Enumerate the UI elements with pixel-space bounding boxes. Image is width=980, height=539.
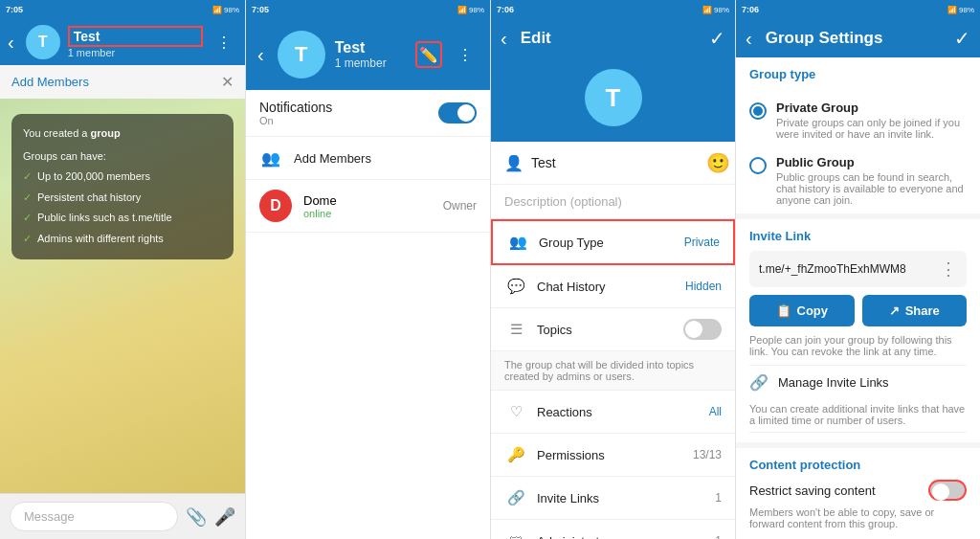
header-subtitle-1: 1 member: [68, 47, 203, 58]
administrators-value: 1: [715, 534, 722, 539]
add-members-icon: 👥: [259, 146, 282, 169]
permissions-row[interactable]: 🔑 Permissions 13/13: [491, 434, 735, 477]
panel-group-info: 7:05 📶 98% ‹ T Test 1 member ✏️ ⋮ Notifi…: [245, 0, 490, 539]
time-1: 7:05: [6, 5, 23, 14]
time-4: 7:06: [742, 5, 759, 14]
edit-avatar: T: [585, 69, 642, 126]
mic-icon[interactable]: 🎤: [214, 506, 235, 528]
restrict-saving-desc: Members won't be able to copy, save or f…: [749, 506, 967, 529]
manage-links-icon: 🔗: [749, 373, 768, 392]
invite-link-more-button[interactable]: ⋮: [940, 258, 957, 280]
status-icons-1: 📶 98%: [212, 6, 239, 14]
add-members-row[interactable]: 👥 Add Members: [246, 137, 490, 180]
chat-history-row[interactable]: 💬 Chat History Hidden: [491, 265, 735, 308]
topics-row[interactable]: ☰ Topics: [491, 308, 735, 351]
description-row: Description (optional): [491, 185, 735, 219]
share-link-button[interactable]: ↗ Share: [862, 295, 968, 326]
member-row[interactable]: D Dome online Owner: [246, 180, 490, 233]
group-name-input[interactable]: [531, 155, 699, 170]
reactions-label: Reactions: [537, 405, 700, 419]
header-info-1: Test 1 member: [68, 26, 203, 59]
group-type-row[interactable]: 👥 Group Type Private: [491, 219, 735, 265]
private-group-radio[interactable]: [749, 102, 767, 120]
invite-link-box: t.me/+_fhZmooThExhMWM8 ⋮: [749, 251, 967, 287]
edit-header: ‹ Edit ✓: [491, 19, 735, 57]
notifications-info: Notifications On: [259, 100, 438, 126]
description-placeholder: Description (optional): [504, 194, 622, 209]
status-bar-3: 7:06 📶 98%: [491, 0, 735, 19]
check-icon-4: ✓: [23, 231, 32, 248]
bubble-prefix: You created a: [23, 127, 91, 139]
copy-link-button[interactable]: 📋 Copy: [749, 295, 855, 326]
panel-edit: 7:06 📶 98% ‹ Edit ✓ T 👤 🙂 Description (o…: [490, 0, 735, 539]
notifications-sub: On: [259, 115, 438, 126]
private-group-row[interactable]: Private Group Private groups can only be…: [736, 93, 980, 147]
attachment-icon[interactable]: 📎: [186, 506, 207, 528]
chat-history-value: Hidden: [685, 280, 722, 293]
edit-name-row: 👤 🙂: [491, 142, 735, 185]
group-type-value: Private: [684, 236, 720, 249]
member-info: Dome online: [303, 193, 432, 219]
panel-chat: 7:05 📶 98% ‹ T Test 1 member ⋮ Add Membe…: [0, 0, 245, 539]
person-icon: 👤: [504, 154, 523, 172]
back-button-3[interactable]: ‹: [501, 28, 507, 50]
notifications-toggle[interactable]: [438, 102, 477, 124]
bubble-item-4: ✓ Admins with different rights: [23, 231, 222, 248]
back-button-2[interactable]: ‹: [257, 44, 264, 66]
time-2: 7:05: [252, 5, 269, 14]
edit-button-2[interactable]: ✏️: [415, 41, 442, 68]
link-action-buttons: 📋 Copy ↗ Share: [749, 295, 967, 326]
add-members-text: Add Members: [294, 151, 477, 166]
public-group-radio[interactable]: [749, 157, 767, 174]
copy-label: Copy: [797, 303, 829, 318]
bubble-item-4-text: Admins with different rights: [37, 231, 164, 248]
close-add-members[interactable]: ✕: [221, 73, 234, 91]
invite-links-label: Invite Links: [537, 491, 705, 505]
invite-links-icon: 🔗: [504, 486, 527, 509]
emoji-button[interactable]: 🙂: [706, 151, 730, 174]
bubble-item-2: ✓ Persistent chat history: [23, 190, 222, 207]
confirm-edit-button[interactable]: ✓: [709, 27, 725, 50]
bubble-item-3: ✓ Public links such as t.me/title: [23, 210, 222, 227]
status-bar-4: 7:06 📶 98%: [736, 0, 980, 19]
status-icons-4: 📶 98%: [947, 6, 974, 14]
content-protection-section: Content protection Restrict saving conte…: [736, 448, 980, 539]
panel-group-settings: 7:06 📶 98% ‹ Group Settings ✓ Group type…: [735, 0, 980, 539]
permissions-icon: 🔑: [504, 443, 527, 466]
public-group-label: Public Group: [776, 155, 967, 169]
check-icon-2: ✓: [23, 190, 32, 207]
message-input[interactable]: Message: [10, 502, 178, 531]
invite-links-row[interactable]: 🔗 Invite Links 1: [491, 477, 735, 520]
add-members-label: Add Members: [11, 75, 89, 89]
status-icons-3: 📶 98%: [702, 6, 729, 14]
bubble-item-1: ✓ Up to 200,000 members: [23, 168, 222, 186]
header-title-1: Test: [68, 26, 203, 48]
public-group-info: Public Group Public groups can be found …: [776, 155, 967, 206]
add-members-bar: Add Members ✕: [0, 65, 245, 99]
back-button-1[interactable]: ‹: [8, 32, 14, 54]
edit-avatar-section: T: [491, 57, 735, 142]
back-button-4[interactable]: ‹: [746, 28, 752, 50]
more-button-2[interactable]: ⋮: [452, 41, 479, 68]
bubble-item-1-text: Up to 200,000 members: [37, 168, 150, 186]
restrict-saving-toggle[interactable]: [928, 480, 967, 501]
more-button-1[interactable]: ⋮: [211, 29, 237, 56]
reactions-row[interactable]: ♡ Reactions All: [491, 391, 735, 434]
invite-links-value: 1: [715, 491, 722, 505]
chat-history-label: Chat History: [537, 280, 676, 294]
edit-title: Edit: [521, 29, 700, 48]
group-info-header: ‹ T Test 1 member ✏️ ⋮: [246, 19, 490, 90]
bubble-item-2-text: Persistent chat history: [37, 190, 141, 207]
manage-links-row[interactable]: 🔗 Manage Invite Links: [749, 365, 967, 399]
public-group-desc: Public groups can be found in search, ch…: [776, 171, 967, 206]
confirm-settings-button[interactable]: ✓: [954, 27, 970, 50]
group-type-section-title: Group type: [749, 67, 967, 81]
topics-toggle[interactable]: [683, 319, 722, 340]
administrators-row[interactable]: 🛡 Administrators 1: [491, 520, 735, 539]
invite-link-title: Invite Link: [749, 229, 967, 243]
bubble-item-3-text: Public links such as t.me/title: [37, 210, 172, 227]
check-icon-3: ✓: [23, 210, 32, 227]
member-status: online: [303, 208, 432, 219]
public-group-row[interactable]: Public Group Public groups can be found …: [736, 147, 980, 213]
member-avatar: D: [259, 190, 292, 222]
